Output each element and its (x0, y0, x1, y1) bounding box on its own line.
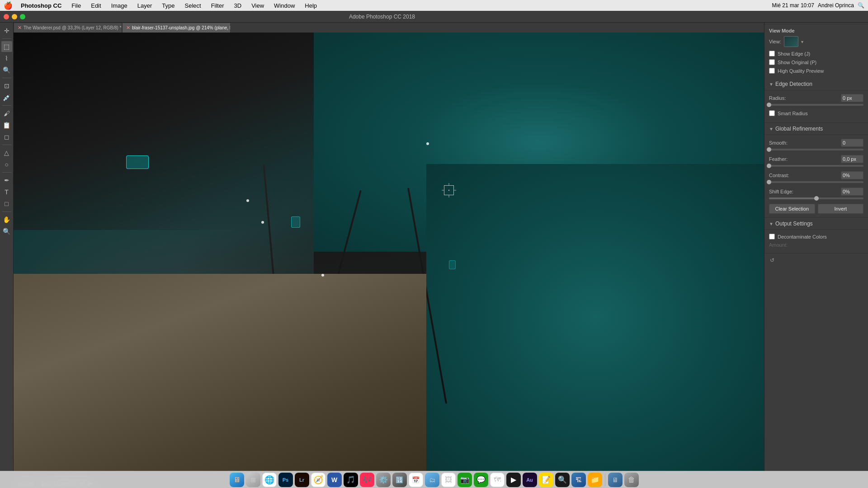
menu-layer[interactable]: Layer (136, 2, 154, 9)
photoshop-dock-icon[interactable]: Ps (278, 473, 293, 487)
menu-view[interactable]: View (250, 2, 266, 9)
blur-tool[interactable]: △ (1, 147, 12, 158)
selection-point-3 (246, 199, 249, 202)
move-tool[interactable]: ✛ (1, 25, 12, 36)
photos-dock-icon[interactable]: 🖼 (441, 473, 456, 487)
show-original-checkbox[interactable] (769, 59, 775, 65)
lasso-tool[interactable]: ⌇ (1, 53, 12, 64)
clear-selection-button[interactable]: Clear Selection (769, 204, 815, 214)
safari-dock-icon[interactable]: 🧭 (311, 473, 326, 487)
menu-photoshop[interactable]: Photoshop CC (19, 2, 63, 9)
facetime-dock-icon[interactable]: 📷 (458, 473, 472, 487)
canvas-area[interactable] (14, 33, 764, 471)
brush-cursor (444, 185, 454, 195)
audio-dock-icon[interactable]: 🎵 (344, 473, 358, 487)
feather-slider-thumb[interactable] (767, 164, 771, 168)
output-settings-header[interactable]: ▼ Output Settings (764, 218, 868, 230)
contrast-input[interactable] (841, 171, 863, 179)
view-label-text: View: (769, 39, 781, 44)
global-refinements-header[interactable]: ▼ Global Refinements (764, 123, 868, 135)
eyedropper-tool[interactable]: 💉 (1, 92, 12, 103)
menu-filter[interactable]: Filter (209, 2, 226, 9)
smooth-slider-thumb[interactable] (767, 147, 771, 152)
smooth-slider-track[interactable] (769, 149, 863, 150)
stamp-tool[interactable]: 📋 (1, 120, 12, 131)
files-dock-icon[interactable]: 🗂 (425, 473, 439, 487)
feather-input[interactable] (841, 155, 863, 163)
smart-radius-checkbox[interactable] (769, 110, 775, 116)
menu-file[interactable]: File (70, 2, 83, 9)
chrome-icon[interactable]: 🌐 (262, 473, 277, 487)
reset-row: ↺ (764, 253, 868, 267)
tool-separator-1 (2, 38, 11, 39)
desktop-dock-icon[interactable]: 🖥 (608, 473, 623, 487)
reset-button[interactable]: ↺ (769, 257, 775, 263)
quicktime-dock-icon[interactable]: ▶ (506, 473, 521, 487)
shift-edge-slider-track[interactable] (769, 197, 863, 199)
decontaminate-colors-checkbox[interactable] (769, 234, 775, 239)
folder-dock-icon[interactable]: 📁 (588, 473, 602, 487)
smooth-input[interactable] (841, 139, 863, 147)
brush-tool[interactable]: 🖌 (1, 108, 12, 119)
menu-help[interactable]: Help (303, 2, 319, 9)
trash-dock-icon[interactable]: 🗑 (624, 473, 639, 487)
menu-3d[interactable]: 3D (232, 2, 244, 9)
eraser-tool[interactable]: ◻ (1, 131, 12, 142)
feather-slider-track[interactable] (769, 165, 863, 167)
view-dropdown-arrow[interactable]: ▾ (801, 39, 803, 44)
shift-edge-input[interactable] (841, 188, 863, 196)
launchpad-icon[interactable]: ⊞ (246, 473, 260, 487)
radius-input[interactable] (841, 94, 863, 102)
zoom-tool[interactable]: 🔍 (1, 226, 12, 237)
tab-label-2: blair-fraser-15137-unsplash.jpg @ 214% (… (132, 25, 231, 30)
text-tool[interactable]: T (1, 187, 12, 197)
edge-detection-header[interactable]: ▼ Edge Detection (764, 78, 868, 90)
settings-dock-icon[interactable]: ⚙️ (376, 473, 391, 487)
apple-menu[interactable]: 🍎 (4, 1, 13, 10)
high-quality-checkbox[interactable] (769, 68, 775, 74)
mac-search[interactable]: 🔍 (858, 2, 864, 9)
invert-button[interactable]: Invert (818, 204, 864, 214)
smooth-row: Smooth: (769, 139, 863, 147)
word-dock-icon[interactable]: W (327, 473, 342, 487)
marquee-tool[interactable]: ⬚ (1, 41, 12, 52)
shape-tool[interactable]: □ (1, 198, 12, 209)
music-dock-icon[interactable]: 🎶 (360, 473, 374, 487)
tab-close-1[interactable]: ✕ (18, 25, 22, 31)
amount-row: Amount: (769, 242, 863, 248)
menu-image[interactable]: Image (109, 2, 129, 9)
show-original-row: Show Original (P) (769, 59, 863, 65)
tab-blair[interactable]: ✕ blair-fraser-15137-unsplash.jpg @ 214%… (122, 23, 231, 33)
contrast-slider-track[interactable] (769, 181, 863, 183)
notes-dock-icon[interactable]: 📝 (539, 473, 553, 487)
contrast-slider-thumb[interactable] (767, 180, 771, 184)
audition-dock-icon[interactable]: Au (523, 473, 537, 487)
hand-tool[interactable]: ✋ (1, 214, 12, 225)
radius-slider-track[interactable] (769, 104, 863, 106)
radius-slider-thumb[interactable] (767, 103, 771, 107)
show-edge-checkbox[interactable] (769, 51, 775, 56)
shift-edge-slider-thumb[interactable] (814, 196, 819, 201)
tab-close-2[interactable]: ✕ (126, 25, 130, 31)
dodge-tool[interactable]: ○ (1, 159, 12, 170)
view-mode-section: View Mode View: ▾ Show Edge (J) Show Ori… (764, 24, 868, 78)
search-dock-icon[interactable]: 🔍 (555, 473, 570, 487)
contrast-label: Contrast: (769, 173, 789, 178)
finder-icon[interactable]: 🖥 (230, 473, 244, 487)
messages-dock-icon[interactable]: 💬 (474, 473, 488, 487)
menu-type[interactable]: Type (160, 2, 176, 9)
water-area-right (426, 164, 764, 471)
menu-select[interactable]: Select (183, 2, 203, 9)
view-thumbnail[interactable] (784, 36, 798, 47)
calendar-dock-icon[interactable]: 📅 (409, 473, 423, 487)
crop-tool[interactable]: ⊡ (1, 80, 12, 91)
tab-wanderer[interactable]: ✕ The Wanderer.psd @ 33,3% (Layer 12, RG… (14, 23, 122, 33)
remote-dock-icon[interactable]: 🏗 (571, 473, 586, 487)
pen-tool[interactable]: ✒ (1, 175, 12, 186)
menu-window[interactable]: Window (272, 2, 297, 9)
calculator-dock-icon[interactable]: 🔢 (392, 473, 407, 487)
quick-select-tool[interactable]: 🔍 (1, 65, 12, 75)
menu-edit[interactable]: Edit (89, 2, 103, 9)
maps-dock-icon[interactable]: 🗺 (490, 473, 505, 487)
lightroom-dock-icon[interactable]: Lr (295, 473, 309, 487)
